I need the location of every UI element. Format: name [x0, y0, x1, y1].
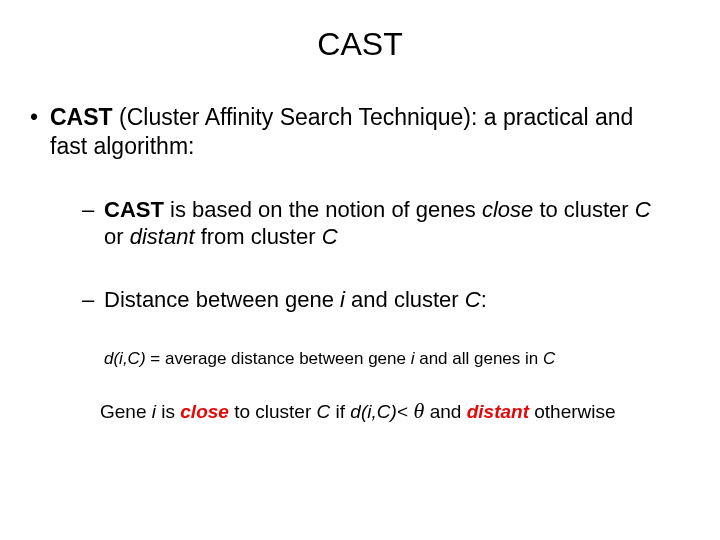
sub-2-c: C: [465, 287, 481, 312]
footer-line: Gene i is close to cluster C if d(i,C)< …: [50, 397, 670, 425]
footer-dic: d(i,C): [350, 401, 396, 422]
sub-1-bold: CAST: [104, 197, 164, 222]
indent-t1: = average distance between gene: [146, 349, 411, 368]
footer-t5: and: [430, 401, 467, 422]
sub-2-t1: Distance between gene: [104, 287, 340, 312]
sub-2-colon: :: [481, 287, 487, 312]
sub-1-c1: C: [635, 197, 651, 222]
footer-c: C: [317, 401, 331, 422]
sub-1-t1: is based on the notion of genes: [164, 197, 482, 222]
sub-list: CAST is based on the notion of genes clo…: [50, 196, 670, 314]
sub-2-t2: and cluster: [345, 287, 465, 312]
indent-t2: and all genes in: [414, 349, 543, 368]
distance-definition: d(i,C) = average distance between gene i…: [50, 348, 670, 369]
slide: CAST CAST (Cluster Affinity Search Techn…: [0, 0, 720, 540]
footer-t6: otherwise: [529, 401, 616, 422]
sub-1-c2: C: [322, 224, 338, 249]
sub-1: CAST is based on the notion of genes clo…: [82, 196, 670, 251]
footer-distant: distant: [467, 401, 529, 422]
footer-t3: to cluster: [229, 401, 317, 422]
indent-dic: d(i,C): [104, 349, 146, 368]
sub-1-t2: to cluster: [533, 197, 634, 222]
sub-2: Distance between gene i and cluster C:: [82, 286, 670, 314]
theta-symbol: θ: [408, 398, 430, 423]
footer-t1: Gene: [100, 401, 152, 422]
footer-close: close: [180, 401, 229, 422]
sub-1-close: close: [482, 197, 533, 222]
sub-1-t4: from cluster: [195, 224, 322, 249]
footer-t2: is: [156, 401, 180, 422]
indent-c: C: [543, 349, 555, 368]
sub-1-distant: distant: [130, 224, 195, 249]
sub-1-t3: or: [104, 224, 130, 249]
bullet-1-bold: CAST: [50, 104, 113, 130]
footer-t4: if: [330, 401, 350, 422]
bullet-1-text: (Cluster Affinity Search Technique): a p…: [50, 104, 633, 159]
footer-lt: <: [397, 401, 408, 422]
main-list: CAST (Cluster Affinity Search Technique)…: [0, 103, 720, 425]
slide-title: CAST: [0, 0, 720, 103]
bullet-1: CAST (Cluster Affinity Search Technique)…: [30, 103, 720, 425]
